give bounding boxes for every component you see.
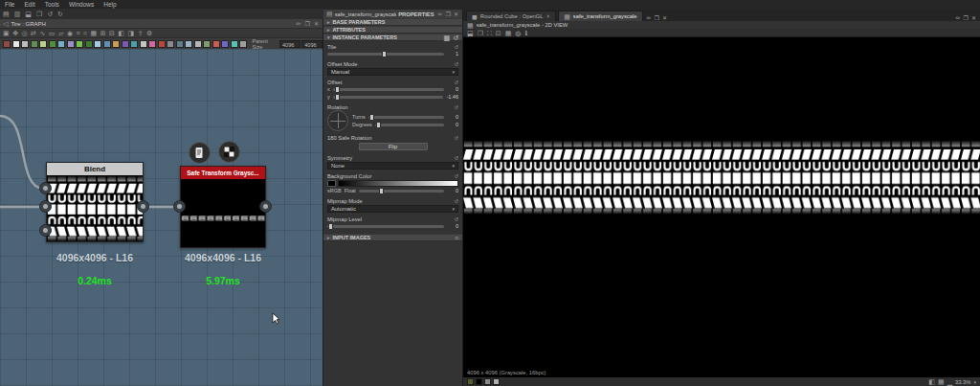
safe-transform-node[interactable]: Safe Transform Graysc... — [180, 166, 266, 248]
rotation-dial[interactable] — [327, 110, 348, 131]
mipmap-level-value[interactable]: 0 — [447, 223, 458, 229]
reset-icon[interactable]: ↺ — [454, 198, 458, 204]
link-icon[interactable]: ∿ — [39, 30, 45, 36]
node-type-icon[interactable] — [112, 40, 120, 48]
tiling-icon[interactable]: ▦ — [505, 30, 512, 36]
section-input-images[interactable]: ▸ INPUT IMAGES ≡ — [323, 234, 462, 241]
turns-slider[interactable] — [368, 116, 444, 119]
undo-icon[interactable]: ↺ — [47, 11, 53, 17]
node-type-icon[interactable] — [140, 40, 147, 48]
channel-icon[interactable] — [493, 378, 500, 385]
menu-help[interactable]: Help — [102, 1, 117, 8]
chevron-down-icon[interactable]: ▾ — [973, 379, 976, 385]
float-window-icon[interactable]: ❐ — [964, 14, 969, 21]
parent-width-dropdown[interactable]: 4096 ▾ — [279, 40, 301, 48]
reset-icon[interactable]: ↺ — [454, 173, 458, 179]
turns-value[interactable]: 0 — [447, 114, 458, 120]
node-type-icon[interactable] — [76, 40, 83, 48]
blend-input-pin-1[interactable] — [39, 182, 52, 194]
node-type-icon[interactable] — [185, 40, 192, 48]
node-type-icon[interactable] — [103, 40, 111, 48]
srgb-label[interactable]: sRGB — [327, 188, 342, 193]
node-type-icon[interactable] — [39, 40, 47, 48]
degrees-slider[interactable] — [375, 124, 444, 126]
presets-icon[interactable]: ▦ — [444, 34, 451, 41]
graph-canvas[interactable]: Blend 4096x4096 - L16 0.24ms — [0, 49, 323, 386]
open-file-icon[interactable]: ▥ — [14, 11, 21, 17]
blend-input-pin-3[interactable] — [39, 224, 52, 237]
node-type-icon[interactable] — [31, 40, 38, 48]
float-panel-icon[interactable]: ❐ — [305, 20, 311, 27]
copy-view-icon[interactable]: ❐ — [478, 30, 483, 36]
close-panel-icon[interactable]: ✕ — [314, 20, 320, 27]
offset-y-slider[interactable] — [333, 96, 444, 99]
blend-node[interactable]: Blend — [46, 162, 144, 242]
reset-icon[interactable]: ↺ — [454, 135, 458, 141]
flip-button[interactable]: Flip — [359, 143, 428, 150]
symmetry-dropdown[interactable]: None▾ — [327, 162, 458, 170]
pan-icon[interactable]: ✥ — [12, 30, 18, 36]
graph-tab-title[interactable]: Tire : GRAPH — [11, 21, 45, 27]
reset-icon[interactable]: ↺ — [454, 216, 458, 222]
safe-transform-input-pin[interactable] — [173, 200, 186, 213]
background-color-value[interactable]: 0 — [447, 188, 458, 193]
node-type-icon[interactable] — [67, 40, 75, 48]
node-type-icon[interactable] — [85, 40, 93, 48]
node-type-icon[interactable] — [194, 40, 202, 48]
blend-input-pin-2[interactable] — [39, 200, 52, 213]
float-label[interactable]: Float — [345, 188, 356, 193]
redo-icon[interactable]: ↻ — [57, 11, 63, 17]
tab-2d-view[interactable]: ▦ safe_transform_grayscale — [558, 11, 642, 21]
menu-file[interactable]: File — [4, 1, 15, 8]
blend-output-pin[interactable] — [137, 200, 149, 213]
tiling-toggle-icon[interactable]: ▦ — [938, 378, 945, 385]
pin-icon[interactable]: ◉ — [67, 30, 73, 36]
background-color-gradient[interactable] — [338, 180, 458, 187]
view-2d-badge[interactable] — [218, 141, 240, 163]
offset-y-value[interactable]: -1.46 — [446, 94, 458, 100]
edit-properties-icon[interactable]: ✏ — [438, 11, 444, 17]
channel-icon[interactable] — [484, 378, 491, 385]
parent-height-dropdown[interactable]: 4096 ▾ — [301, 40, 323, 48]
section-instance-parameters[interactable]: ▾ INSTANCE PARAMETERS ▦ ↺ — [323, 34, 462, 41]
node-type-icon[interactable] — [12, 40, 20, 48]
close-properties-icon[interactable]: ✕ — [454, 11, 459, 17]
reset-icon[interactable]: ↺ — [454, 155, 458, 161]
degrees-value[interactable]: 0 — [447, 122, 458, 127]
compact-icon[interactable]: ⊟ — [109, 30, 115, 36]
menu-windows[interactable]: Windows — [68, 1, 95, 8]
histogram-icon[interactable]: ▁ — [947, 378, 952, 385]
safe-transform-output-pin[interactable] — [259, 200, 272, 213]
channel-icon[interactable] — [476, 378, 482, 385]
section-attributes[interactable]: ▸ ATTRIBUTES — [323, 26, 462, 34]
save-view-icon[interactable]: ⬓ — [467, 30, 474, 36]
filter-icon[interactable]: ◍ — [515, 30, 521, 36]
zoom-level[interactable]: 33.3% — [955, 379, 970, 385]
save-icon[interactable]: ⬓ — [25, 11, 32, 17]
node-type-icon[interactable] — [176, 40, 184, 48]
channel-icon[interactable] — [467, 378, 474, 385]
reset-icon[interactable]: ↺ — [454, 104, 458, 110]
offset-mode-dropdown[interactable]: Manual▾ — [327, 68, 458, 76]
new-file-icon[interactable]: ▤ — [3, 11, 10, 17]
node-type-icon[interactable] — [203, 40, 211, 48]
node-type-icon[interactable] — [49, 40, 56, 48]
node-type-icon[interactable] — [57, 40, 65, 48]
node-type-icon[interactable] — [231, 40, 238, 48]
node-type-icon[interactable] — [212, 40, 220, 48]
export-icon[interactable]: ⇪ — [138, 30, 144, 36]
material-icon[interactable]: ◨ — [128, 30, 135, 36]
comment-icon[interactable]: ▱ — [58, 30, 63, 36]
node-type-icon[interactable] — [21, 40, 29, 48]
fit-icon[interactable]: ⛶ — [487, 30, 492, 36]
copy-icon[interactable]: ❐ — [36, 11, 42, 17]
reset-icon[interactable]: ↺ — [454, 44, 458, 50]
reset-icon[interactable]: ↺ — [454, 61, 458, 67]
snap-icon[interactable]: ⌗ — [83, 30, 87, 36]
menu-edit[interactable]: Edit — [23, 1, 35, 8]
reset-icon[interactable]: ↺ — [454, 79, 458, 85]
node-type-icon[interactable] — [221, 40, 229, 48]
offset-x-value[interactable]: 0 — [447, 86, 458, 92]
view-output-badge[interactable] — [189, 142, 211, 164]
preview-icon[interactable]: ◧ — [118, 30, 124, 36]
